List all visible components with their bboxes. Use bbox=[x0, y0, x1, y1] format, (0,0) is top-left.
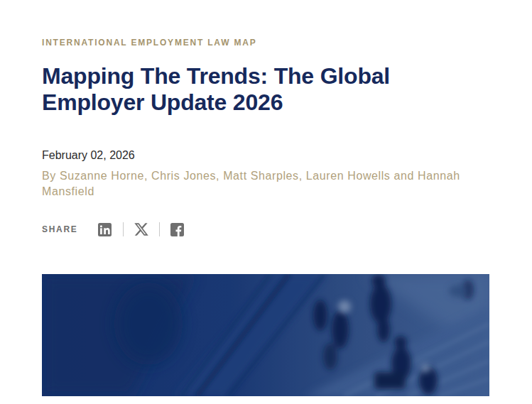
x-icon bbox=[134, 223, 148, 236]
share-label: SHARE bbox=[42, 224, 78, 234]
facebook-share-button[interactable] bbox=[170, 223, 185, 236]
page-title: Mapping The Trends: The Global Employer … bbox=[42, 63, 489, 116]
linkedin-icon bbox=[98, 223, 112, 236]
linkedin-share-button[interactable] bbox=[98, 223, 112, 236]
byline-authors: By Suzanne Horne, Chris Jones, Matt Shar… bbox=[42, 168, 474, 200]
share-divider bbox=[159, 222, 160, 236]
hero-image bbox=[42, 274, 489, 396]
category-eyebrow-link[interactable]: INTERNATIONAL EMPLOYMENT LAW MAP bbox=[42, 38, 256, 48]
share-icons bbox=[98, 222, 185, 236]
article-header: INTERNATIONAL EMPLOYMENT LAW MAP Mapping… bbox=[0, 0, 489, 396]
publish-date: February 02, 2026 bbox=[42, 149, 489, 162]
hero-image-graphic bbox=[42, 274, 489, 396]
facebook-icon bbox=[170, 223, 184, 236]
x-share-button[interactable] bbox=[134, 223, 148, 236]
share-divider bbox=[123, 222, 124, 236]
share-bar: SHARE bbox=[42, 222, 489, 236]
